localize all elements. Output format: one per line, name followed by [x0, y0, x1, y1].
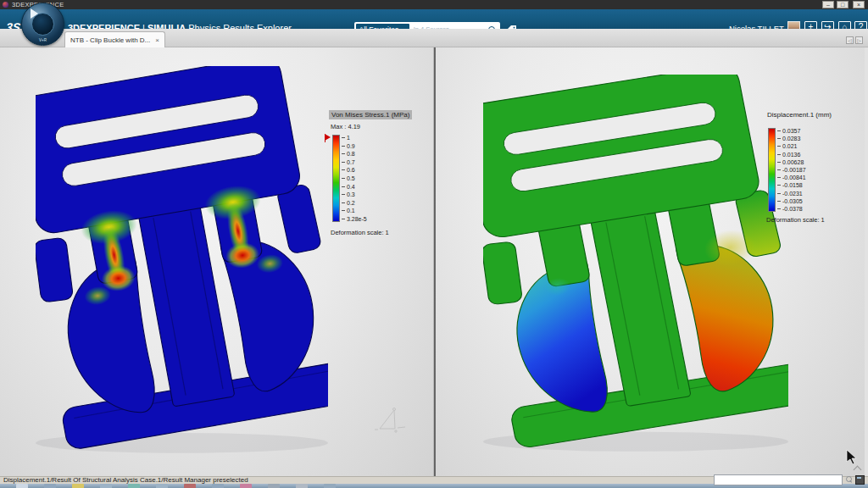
- legend-tick: -0.0158: [777, 182, 806, 188]
- taskbar-icon[interactable]: [128, 484, 140, 488]
- legend-tick: 0.021: [777, 143, 806, 149]
- os-title-bar[interactable]: 3DEXPERIENCE – □ ×: [0, 0, 868, 9]
- viewport-displacement[interactable]: Displacement.1 (mm) 0.03570.02830.0210.0…: [436, 47, 865, 477]
- tab-scroll-left[interactable]: ◁: [846, 36, 854, 44]
- taskbar-icon[interactable]: [72, 484, 84, 488]
- legend-ticks: 0.03570.02830.0210.01360.00628-0.00187-0…: [777, 128, 806, 212]
- viewport-von-mises[interactable]: Von Mises Stress.1 (MPa) Max : 4.19 10.9…: [0, 47, 433, 477]
- max-marker-flag-icon[interactable]: [325, 134, 331, 141]
- minimize-button[interactable]: –: [822, 1, 834, 8]
- legend-tick: 0.00628: [777, 159, 806, 165]
- application-window: 3DEXPERIENCE – □ × 3S 3DEXPERIENCE | SIM…: [0, 0, 868, 488]
- color-scale-bar[interactable]: [768, 128, 776, 212]
- legend-tick: 0.0357: [777, 128, 806, 134]
- legend-tick: -0.0231: [777, 191, 806, 197]
- color-scale-bar[interactable]: [332, 135, 340, 222]
- max-marker-stem: [325, 134, 326, 142]
- app-header: 3S 3DEXPERIENCE | SIMULIA Physics Result…: [0, 9, 868, 29]
- legend-tick: 0.8: [342, 151, 367, 157]
- taskbar-icon[interactable]: [212, 484, 224, 488]
- legend-displacement: Displacement.1 (mm) 0.03570.02830.0210.0…: [765, 105, 834, 224]
- legend-tick: 0.9: [342, 143, 367, 149]
- close-button[interactable]: ×: [853, 1, 865, 8]
- legend-tick: 3.28e-5: [342, 216, 367, 222]
- taskbar-icon[interactable]: [184, 484, 196, 488]
- status-window-icon[interactable]: [855, 475, 865, 485]
- taskbar-icon[interactable]: [240, 484, 252, 488]
- legend-tick: 0.4: [342, 184, 367, 190]
- legend-tick: 0.7: [342, 159, 367, 165]
- tab-close-icon[interactable]: ×: [155, 36, 159, 44]
- taskbar-icon[interactable]: [44, 484, 56, 488]
- 3d-compass[interactable]: V+R: [21, 3, 64, 46]
- tab-label: NTB - Clip Buckle with D...: [70, 36, 150, 44]
- legend-tick: -0.00841: [777, 175, 806, 180]
- status-message: Displacement.1/Result Of Structural Anal…: [3, 476, 248, 484]
- legend-tick: 0.3: [342, 191, 367, 197]
- robot-ghost-icon[interactable]: [371, 403, 409, 437]
- legend-tick: 0.1: [342, 208, 367, 214]
- legend-ticks: 10.90.80.70.60.50.40.30.20.13.28e-5: [342, 135, 367, 222]
- legend-title-displacement[interactable]: Displacement.1 (mm): [765, 110, 834, 119]
- legend-tick: -0.0378: [777, 206, 806, 212]
- mouse-cursor: [846, 450, 858, 465]
- window-edge: [865, 47, 868, 477]
- legend-tick: 0.0283: [777, 136, 806, 141]
- viewport-divider[interactable]: [433, 47, 436, 477]
- legend-tick: 0.6: [342, 167, 367, 173]
- tab-clip-buckle[interactable]: NTB - Clip Buckle with D... ×: [64, 31, 165, 48]
- legend-max-value: Max : 4.19: [331, 123, 412, 130]
- legend-von-mises: Von Mises Stress.1 (MPa) Max : 4.19 10.9…: [329, 105, 412, 236]
- legend-tick: 0.5: [342, 175, 367, 181]
- tab-bar: NTB - Clip Buckle with D... × ◁ ▷: [0, 29, 868, 47]
- legend-tick: 1: [342, 135, 367, 141]
- command-input[interactable]: [714, 474, 843, 485]
- legend-tick: 0.0136: [777, 152, 806, 158]
- restore-button[interactable]: □: [837, 1, 849, 8]
- status-search-icon[interactable]: [846, 476, 852, 482]
- taskbar-icon[interactable]: [324, 484, 336, 488]
- taskbar-icon[interactable]: [100, 484, 112, 488]
- model-clip-buckle-displacement[interactable]: [483, 75, 788, 456]
- tab-scroll-right[interactable]: ▷: [855, 36, 863, 44]
- taskbar-icon[interactable]: [268, 484, 280, 488]
- deformation-scale-label: Deformation scale: 1: [331, 229, 412, 236]
- legend-tick: -0.0305: [777, 198, 806, 204]
- legend-title-von-mises[interactable]: Von Mises Stress.1 (MPa): [329, 110, 412, 119]
- deformation-scale-label: Deformation scale: 1: [766, 216, 834, 224]
- app-icon: [3, 2, 8, 8]
- play-icon[interactable]: [31, 8, 38, 19]
- model-clip-buckle-stress[interactable]: [36, 66, 328, 458]
- legend-tick: -0.00187: [777, 167, 806, 173]
- taskbar-icon[interactable]: [156, 484, 168, 488]
- taskbar-icon[interactable]: [16, 484, 28, 488]
- taskbar-icon[interactable]: [296, 484, 308, 488]
- compass-label: V+R: [22, 38, 64, 42]
- legend-tick: 0.2: [342, 200, 367, 206]
